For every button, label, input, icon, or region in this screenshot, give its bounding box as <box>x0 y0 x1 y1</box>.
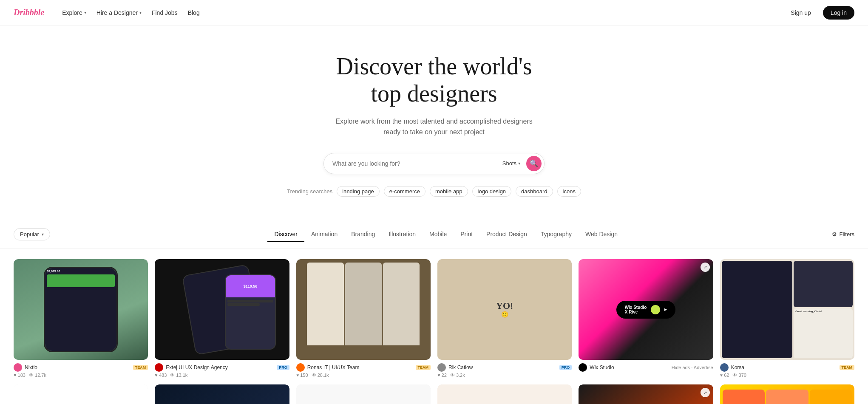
views-count: 👁 3.2k <box>450 373 465 378</box>
trending-tag-dashboard[interactable]: dashboard <box>516 186 553 197</box>
shot-stats: ♥ 62 👁 370 <box>720 373 854 378</box>
trending-tag-icons[interactable]: icons <box>557 186 581 197</box>
filter-icon: ⚙ <box>832 231 837 237</box>
hero-section: Discover the world's top designers Explo… <box>0 25 868 214</box>
nav-explore[interactable]: Explore ▾ <box>58 7 90 19</box>
shot-stats: ♥ 183 👁 12.7k <box>14 373 148 378</box>
chevron-down-icon: ▾ <box>84 10 86 15</box>
shot-author: Extej UI UX Design Agency <box>166 364 274 370</box>
shot-card[interactable]: YO! 🙂 Rik Catlow PRO ♥ 22 👁 3.2k <box>437 259 572 378</box>
filter-bar: Popular ▾ Discover Animation Branding Il… <box>0 220 868 249</box>
shot-card[interactable]: Our story inspires everyjourney we creat… <box>437 384 572 404</box>
filters-button[interactable]: ⚙ Filters <box>832 231 854 237</box>
signup-button[interactable]: Sign up <box>786 7 816 19</box>
likes-count: ♥ 22 <box>437 373 447 378</box>
likes-count: ♥ 150 <box>296 373 308 378</box>
tab-branding[interactable]: Branding <box>344 227 382 242</box>
shot-card[interactable]: ↗ Wix StudioX Rive ▶ Wix Studio Hide ads… <box>579 259 713 378</box>
nav-blog[interactable]: Blog <box>184 7 204 19</box>
nav-links: Explore ▾ Hire a Designer ▾ Find Jobs Bl… <box>58 7 204 19</box>
shot-card[interactable]: $110.56 Extej UI UX Design Agency PRO ♥ … <box>155 259 289 378</box>
tab-typography[interactable]: Typography <box>534 227 579 242</box>
hero-title: Discover the world's top designers <box>9 53 859 107</box>
shot-stats: ♥ 150 👁 28.1k <box>296 373 431 378</box>
trending-label: Trending searches <box>287 188 332 195</box>
views-count: 👁 12.7k <box>29 373 46 378</box>
avatar <box>579 363 587 372</box>
search-icon: 🔍 <box>530 159 538 167</box>
likes-count: ♥ 183 <box>14 373 26 378</box>
trending-tag-ecommerce[interactable]: e-commerce <box>384 186 425 197</box>
avatar <box>155 363 163 372</box>
shot-card[interactable]: $3,615.86 Nixtio TEAM ♥ 183 👁 12.7k <box>14 259 148 378</box>
shot-author: Korsa <box>731 364 837 370</box>
chevron-down-icon: ▾ <box>139 10 142 15</box>
shot-author: Ronas IT | UI/UX Team <box>307 364 413 370</box>
shot-card[interactable]: ↗ WIX STUDIO × PANTONE WIX STUDIO XPANTO… <box>579 384 713 404</box>
avatar <box>14 363 22 372</box>
search-bar: Shots ▾ 🔍 <box>323 153 545 174</box>
login-button[interactable]: Log in <box>823 6 854 20</box>
nav-jobs[interactable]: Find Jobs <box>148 7 182 19</box>
tab-mobile[interactable]: Mobile <box>423 227 454 242</box>
shots-grid: $3,615.86 Nixtio TEAM ♥ 183 👁 12.7k $110… <box>0 249 868 404</box>
shot-card[interactable]: Ronas IT | UI/UX Team TEAM ♥ 150 👁 28.1k <box>296 259 431 378</box>
shot-card[interactable]: Good morning, Chris! Korsa TEAM ♥ 62 👁 3… <box>720 259 854 378</box>
shot-card[interactable]: 🐱 🦊 🐶 🐸 🐻 🦁 Characters <box>720 384 854 404</box>
shot-author: Rik Catlow <box>448 364 557 370</box>
shots-dropdown[interactable]: Shots ▾ <box>498 158 525 168</box>
author-badge: TEAM <box>416 365 431 370</box>
external-link-icon: ↗ <box>701 388 710 397</box>
tab-discover[interactable]: Discover <box>267 227 304 242</box>
nav-hire[interactable]: Hire a Designer ▾ <box>92 7 146 19</box>
shot-card[interactable]: 100K+Delivered EfficientLogisticsInnovat… <box>155 384 289 404</box>
author-badge: TEAM <box>133 365 148 370</box>
shot-card[interactable]: MARON Maron <box>14 384 148 404</box>
tab-print[interactable]: Print <box>454 227 479 242</box>
views-count: 👁 370 <box>732 373 746 378</box>
author-badge: PRO <box>277 365 289 370</box>
category-tabs: Discover Animation Branding Illustration… <box>60 227 832 242</box>
avatar <box>720 363 729 372</box>
views-count: 👁 28.1k <box>312 373 329 378</box>
author-badge: TEAM <box>840 365 855 370</box>
shot-card[interactable]: S Brand <box>296 384 431 404</box>
trending-tag-mobile-app[interactable]: mobile app <box>430 186 468 197</box>
logo[interactable]: Dribbble <box>14 8 44 17</box>
avatar <box>437 363 446 372</box>
trending-tag-logo-design[interactable]: logo design <box>472 186 512 197</box>
tab-illustration[interactable]: Illustration <box>382 227 423 242</box>
hide-ads-link[interactable]: Hide ads · Advertise <box>672 365 713 370</box>
shot-author: Nixtio <box>25 364 130 370</box>
likes-count: ♥ 62 <box>720 373 729 378</box>
navbar: Dribbble Explore ▾ Hire a Designer ▾ Fin… <box>0 0 868 25</box>
shot-author: Wix Studio <box>590 364 669 370</box>
shot-stats: ♥ 483 👁 13.1k <box>155 373 289 378</box>
chevron-down-icon: ▾ <box>42 232 44 237</box>
search-button[interactable]: 🔍 <box>526 156 542 171</box>
search-input[interactable] <box>332 160 498 167</box>
likes-count: ♥ 483 <box>155 373 167 378</box>
views-count: 👁 13.1k <box>170 373 187 378</box>
author-badge: PRO <box>559 365 572 370</box>
hero-subtitle: Explore work from the most talented and … <box>9 116 859 138</box>
tab-product-design[interactable]: Product Design <box>479 227 534 242</box>
navbar-right: Sign up Log in <box>786 6 854 20</box>
popular-dropdown[interactable]: Popular ▾ <box>14 228 50 240</box>
avatar <box>296 363 305 372</box>
tab-animation[interactable]: Animation <box>304 227 344 242</box>
tab-web-design[interactable]: Web Design <box>579 227 624 242</box>
chevron-down-icon: ▾ <box>518 161 520 166</box>
external-link-icon: ↗ <box>701 263 710 272</box>
trending-tag-landing-page[interactable]: landing page <box>337 186 379 197</box>
shot-stats: ♥ 22 👁 3.2k <box>437 373 572 378</box>
trending-searches: Trending searches landing page e-commerc… <box>9 186 859 197</box>
